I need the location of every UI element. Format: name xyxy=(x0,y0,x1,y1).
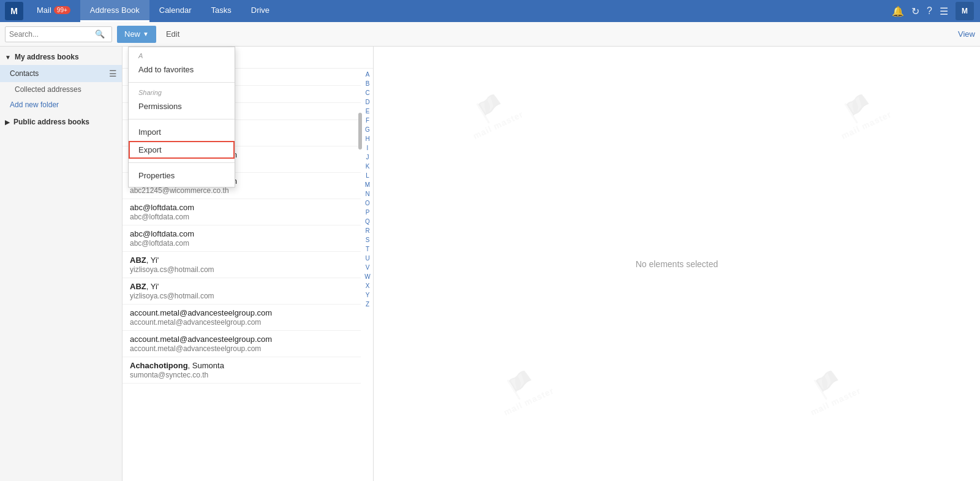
nav-tab-mail[interactable]: Mail 99+ xyxy=(27,0,80,22)
search-input[interactable] xyxy=(9,30,95,39)
alpha-O[interactable]: O xyxy=(365,199,370,208)
sidebar-item-contacts[interactable]: Contacts ☰ xyxy=(0,65,122,82)
avatar[interactable]: M xyxy=(956,2,974,20)
nav-tab-tasks[interactable]: Tasks xyxy=(202,0,241,22)
alpha-W[interactable]: W xyxy=(364,272,370,281)
alpha-U[interactable]: U xyxy=(365,254,369,263)
dropdown-item-add-favorites[interactable]: Add to favorites xyxy=(129,61,235,78)
alpha-H[interactable]: H xyxy=(365,134,369,143)
alpha-L[interactable]: L xyxy=(366,171,369,180)
dropdown-section-io: Import Export xyxy=(129,121,235,161)
list-item[interactable]: Achachotipong, Sumonta sumonta@synctec.c… xyxy=(123,357,361,384)
content-area: ▤ Contacts (636) A B C D E F G H I J K L… xyxy=(123,47,980,481)
add-folder-link[interactable]: Add new folder xyxy=(0,97,122,113)
dropdown-section-a: A Add to favorites xyxy=(129,47,235,81)
dropdown-sharing-label: Sharing xyxy=(129,86,235,97)
list-item[interactable]: ABZ, Yi' yizlisoya.cs@hotmail.com xyxy=(123,252,361,278)
contacts-menu-icon[interactable]: ☰ xyxy=(109,69,117,78)
alpha-D[interactable]: D xyxy=(365,97,369,107)
nav-icons: 🔔 ↻ ? ☰ M xyxy=(892,2,975,20)
dropdown-item-permissions[interactable]: Permissions xyxy=(129,97,235,115)
alpha-B[interactable]: B xyxy=(366,79,370,88)
alpha-R[interactable]: R xyxy=(365,226,369,235)
alpha-Y[interactable]: Y xyxy=(366,290,370,300)
alpha-P[interactable]: P xyxy=(366,208,370,217)
alpha-X[interactable]: X xyxy=(366,281,370,290)
refresh-icon[interactable]: ↻ xyxy=(911,6,919,17)
new-button[interactable]: New ▼ xyxy=(117,26,156,43)
alpha-Q[interactable]: Q xyxy=(365,217,370,226)
alpha-A[interactable]: A xyxy=(366,70,370,79)
alpha-K[interactable]: K xyxy=(366,162,370,171)
list-item[interactable]: account.metal@advancesteelgroup.com acco… xyxy=(123,331,361,357)
dropdown-item-properties[interactable]: Properties xyxy=(129,167,235,184)
list-item[interactable]: abc@loftdata.com abc@loftdata.com xyxy=(123,199,361,225)
dropdown-divider-3 xyxy=(129,162,235,163)
nav-tab-addressbook[interactable]: Address Book xyxy=(80,0,149,22)
dropdown-divider-1 xyxy=(129,82,235,83)
no-selection-label: No elements selected xyxy=(636,259,718,269)
alpha-J[interactable]: J xyxy=(366,153,369,162)
watermark: 🏴 mail master xyxy=(798,362,862,417)
alphabet-rail: A B C D E F G H I J K L M N O P Q R S T xyxy=(362,69,373,481)
list-item[interactable]: abc@loftdata.com abc@loftdata.com xyxy=(123,225,361,252)
expand-icon: ▼ xyxy=(5,54,11,61)
alpha-I[interactable]: I xyxy=(367,143,369,153)
toolbar: 🔍 New ▼ Edit View xyxy=(0,22,980,47)
search-box[interactable]: 🔍 xyxy=(5,26,112,42)
detail-panel: 🏴 mail master 🏴 mail master 🏴 mail maste… xyxy=(374,47,980,481)
alpha-N[interactable]: N xyxy=(365,189,369,199)
dropdown-menu: A Add to favorites Sharing Permissions I… xyxy=(128,47,235,187)
alpha-V[interactable]: V xyxy=(366,263,370,272)
new-button-arrow: ▼ xyxy=(143,31,149,37)
list-item[interactable]: account.metal@advancesteelgroup.com acco… xyxy=(123,305,361,331)
nav-tabs: Mail 99+ Address Book Calendar Tasks Dri… xyxy=(27,0,279,22)
dropdown-divider-2 xyxy=(129,119,235,119)
expand-public-icon: ▶ xyxy=(5,119,10,126)
alpha-F[interactable]: F xyxy=(366,116,369,125)
search-icon: 🔍 xyxy=(95,29,105,39)
alpha-Z[interactable]: Z xyxy=(366,300,369,309)
sidebar: ▼ My address books Contacts ☰ Collected … xyxy=(0,47,123,481)
public-address-books-header[interactable]: ▶ Public address books xyxy=(0,113,122,131)
watermark: 🏴 mail master xyxy=(461,86,525,141)
dropdown-item-export[interactable]: Export xyxy=(129,141,235,159)
help-icon[interactable]: ? xyxy=(927,6,932,17)
dropdown-section-label: A xyxy=(129,50,235,61)
dropdown-section-props: Properties xyxy=(129,164,235,187)
watermark: 🏴 mail master xyxy=(829,86,893,141)
bell-icon[interactable]: 🔔 xyxy=(892,6,904,17)
sidebar-item-collected[interactable]: Collected addresses xyxy=(0,82,122,97)
dropdown-item-import[interactable]: Import xyxy=(129,123,235,141)
list-item[interactable]: ABZ, Yi' yizlisoya.cs@hotmail.com xyxy=(123,278,361,305)
dropdown-section-sharing: Sharing Permissions xyxy=(129,84,235,118)
my-address-books-header[interactable]: ▼ My address books xyxy=(0,49,122,65)
edit-button[interactable]: Edit xyxy=(161,26,184,43)
scrollbar-thumb[interactable] xyxy=(358,113,362,150)
alpha-G[interactable]: G xyxy=(365,125,370,134)
alpha-E[interactable]: E xyxy=(366,107,370,116)
watermark: 🏴 mail master xyxy=(491,362,556,417)
alpha-S[interactable]: S xyxy=(366,235,370,244)
top-nav: M Mail 99+ Address Book Calendar Tasks D… xyxy=(0,0,980,22)
alpha-M[interactable]: M xyxy=(365,180,370,189)
alpha-T[interactable]: T xyxy=(366,244,369,254)
app-logo: M xyxy=(5,2,23,20)
view-button[interactable]: View xyxy=(958,29,975,39)
alpha-C[interactable]: C xyxy=(365,88,369,97)
nav-tab-calendar[interactable]: Calendar xyxy=(149,0,202,22)
menu-icon[interactable]: ☰ xyxy=(940,6,948,17)
nav-tab-drive[interactable]: Drive xyxy=(241,0,279,22)
